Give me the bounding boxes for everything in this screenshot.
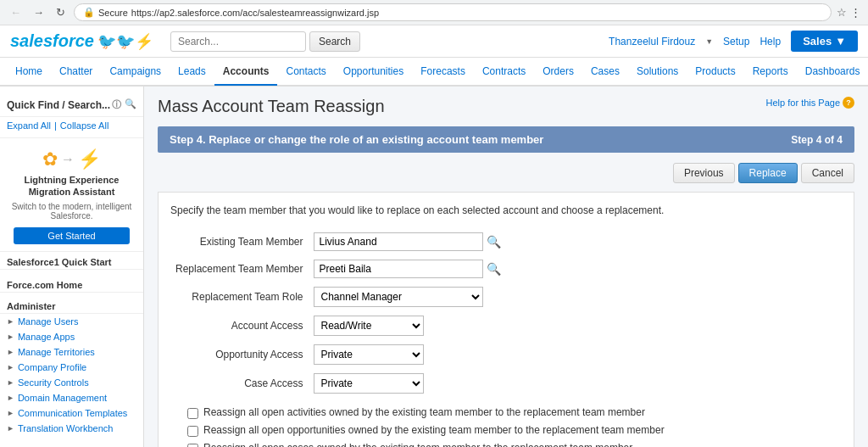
- mascots-icon: 🐦🐦⚡: [97, 32, 153, 51]
- promo-title: Lightning Experience Migration Assistant: [7, 174, 136, 198]
- replace-button-top[interactable]: Replace: [738, 163, 798, 183]
- header-right: Thanzeelul Firdouz ▼ Setup Help Sales ▼: [609, 31, 858, 52]
- collapse-all-link[interactable]: Collapse All: [60, 120, 108, 131]
- form-table: Existing Team Member 🔍 Replacement Team …: [170, 228, 842, 398]
- checkboxes-section: Reassign all open activities owned by th…: [170, 406, 842, 447]
- replacement-member-field: 🔍: [314, 260, 837, 278]
- page-title: Mass Account Team Reassign: [158, 97, 385, 116]
- user-name-link[interactable]: Thanzeelul Firdouz: [609, 36, 695, 47]
- arrow-icon: ►: [7, 378, 14, 387]
- account-access-field: Read/Write Read Only Private: [314, 316, 837, 336]
- existing-member-row: Existing Team Member 🔍: [170, 228, 842, 255]
- arrow-icon: ►: [7, 363, 14, 372]
- bolt-icon: ⚡: [78, 148, 101, 170]
- checkbox-activities[interactable]: [187, 408, 198, 419]
- menu-btn[interactable]: ⋮: [850, 6, 861, 19]
- promo-desc: Switch to the modern, intelligent Salesf…: [7, 202, 136, 221]
- opportunity-access-label: Opportunity Access: [170, 340, 309, 369]
- previous-button-top[interactable]: Previous: [673, 163, 735, 183]
- refresh-btn[interactable]: ↻: [53, 4, 69, 20]
- nav-item-campaigns[interactable]: Campaigns: [101, 59, 170, 86]
- replacement-member-row: Replacement Team Member 🔍: [170, 255, 842, 282]
- nav-item-forecasts[interactable]: Forecasts: [412, 59, 474, 86]
- role-select[interactable]: Channel Manager Account Executive Accoun…: [314, 287, 483, 307]
- arrow-icon: ►: [7, 317, 14, 326]
- nav-item-dashboards[interactable]: Dashboards: [797, 59, 868, 86]
- nav-item-cases[interactable]: Cases: [582, 59, 628, 86]
- help-for-page-link[interactable]: Help for this Page ?: [766, 97, 854, 109]
- forcecom-section: Force.com Home: [0, 275, 143, 293]
- top-button-row: Previous Replace Cancel: [158, 163, 854, 183]
- back-btn[interactable]: ←: [7, 4, 25, 20]
- sidebar-item-translation-workbench[interactable]: ► Translation Workbench: [0, 421, 143, 436]
- existing-member-label: Existing Team Member: [170, 228, 309, 255]
- browser-bar: ← → ↻ 🔒 Secure https://ap2.salesforce.co…: [0, 0, 868, 25]
- opportunity-access-row: Opportunity Access Read/Write Read Only …: [170, 340, 842, 369]
- case-access-select[interactable]: Read/Write Read Only Private: [314, 373, 424, 394]
- opportunity-access-select[interactable]: Read/Write Read Only Private: [314, 344, 424, 365]
- nav-item-contacts[interactable]: Contacts: [277, 59, 334, 86]
- nav-item-leads[interactable]: Leads: [170, 59, 214, 86]
- step-indicator: Step 4 of 4: [791, 134, 843, 146]
- sf-header: salesforce 🐦🐦⚡ Search Thanzeelul Firdouz…: [0, 25, 868, 58]
- flower-icon: ✿: [42, 148, 58, 170]
- sidebar-item-company-profile[interactable]: ► Company Profile: [0, 360, 143, 375]
- replacement-member-input[interactable]: [314, 260, 483, 278]
- app-selector-button[interactable]: Sales ▼: [791, 31, 858, 52]
- sidebar-item-manage-apps[interactable]: ► Manage Apps: [0, 329, 143, 344]
- logo-text: salesforce: [10, 31, 94, 51]
- role-field: Channel Manager Account Executive Accoun…: [314, 287, 837, 307]
- replacement-member-label: Replacement Team Member: [170, 255, 309, 282]
- checkbox-opportunities[interactable]: [187, 426, 198, 437]
- forward-btn[interactable]: →: [30, 4, 47, 20]
- help-icon: ?: [843, 97, 854, 109]
- help-link[interactable]: Help: [760, 36, 781, 47]
- get-started-button[interactable]: Get Started: [14, 227, 131, 244]
- sidebar-item-manage-territories[interactable]: ► Manage Territories: [0, 344, 143, 360]
- search-input[interactable]: [170, 31, 306, 52]
- sf-logo: salesforce 🐦🐦⚡: [10, 31, 153, 51]
- sidebar-item-manage-users[interactable]: ► Manage Users: [0, 314, 143, 329]
- search-button[interactable]: Search: [309, 31, 360, 52]
- setup-link[interactable]: Setup: [723, 36, 749, 47]
- nav-item-reports[interactable]: Reports: [744, 59, 797, 86]
- url-bar[interactable]: 🔒 Secure https://ap2.salesforce.com/acc/…: [74, 3, 832, 21]
- replacement-member-lookup-icon[interactable]: 🔍: [487, 262, 501, 276]
- promo-icons: ✿ → ⚡: [7, 148, 136, 170]
- form-wrapper: Specify the team member that you would l…: [158, 192, 854, 447]
- secure-icon: 🔒: [83, 7, 95, 18]
- account-access-select[interactable]: Read/Write Read Only Private: [314, 316, 424, 336]
- nav-item-orders[interactable]: Orders: [534, 59, 582, 86]
- nav-item-home[interactable]: Home: [7, 59, 51, 86]
- nav-item-products[interactable]: Products: [687, 59, 743, 86]
- sidebar-search: Quick Find / Search... ⓘ 🔍: [0, 93, 143, 117]
- sidebar-item-security-controls[interactable]: ► Security Controls: [0, 375, 143, 390]
- arrow-icon: ►: [7, 348, 14, 356]
- step-header-text: Step 4. Replace or change the role of an…: [170, 133, 543, 146]
- nav-item-accounts[interactable]: Accounts: [214, 59, 278, 86]
- expand-all-link[interactable]: Expand All: [7, 120, 51, 131]
- form-description: Specify the team member that you would l…: [170, 204, 842, 216]
- sidebar-item-communication-templates[interactable]: ► Communication Templates: [0, 405, 143, 421]
- checkbox-cases[interactable]: [187, 444, 198, 447]
- nav-item-opportunities[interactable]: Opportunities: [335, 59, 412, 86]
- case-access-label: Case Access: [170, 369, 309, 398]
- step-header: Step 4. Replace or change the role of an…: [158, 126, 854, 153]
- sidebar-item-domain-management[interactable]: ► Domain Management: [0, 390, 143, 405]
- arrow-icon: →: [61, 152, 75, 167]
- page-title-row: Mass Account Team Reassign Help for this…: [158, 97, 854, 116]
- quick-search-label: Quick Find / Search... ⓘ 🔍: [7, 98, 136, 111]
- info-icon: ⓘ: [112, 98, 121, 111]
- existing-member-lookup-icon[interactable]: 🔍: [487, 235, 501, 249]
- existing-member-input[interactable]: [314, 232, 483, 251]
- star-btn[interactable]: ☆: [837, 6, 847, 19]
- user-dropdown-arrow[interactable]: ▼: [705, 37, 713, 46]
- cancel-button-top[interactable]: Cancel: [801, 163, 854, 183]
- search-icon[interactable]: 🔍: [125, 98, 136, 111]
- arrow-icon: ►: [7, 409, 14, 417]
- nav-item-chatter[interactable]: Chatter: [51, 59, 101, 86]
- checkbox-opportunities-label: Reassign all open opportunities owned by…: [203, 424, 665, 436]
- nav-item-contracts[interactable]: Contracts: [474, 59, 534, 86]
- existing-member-field: 🔍: [314, 232, 837, 251]
- nav-item-solutions[interactable]: Solutions: [628, 59, 687, 86]
